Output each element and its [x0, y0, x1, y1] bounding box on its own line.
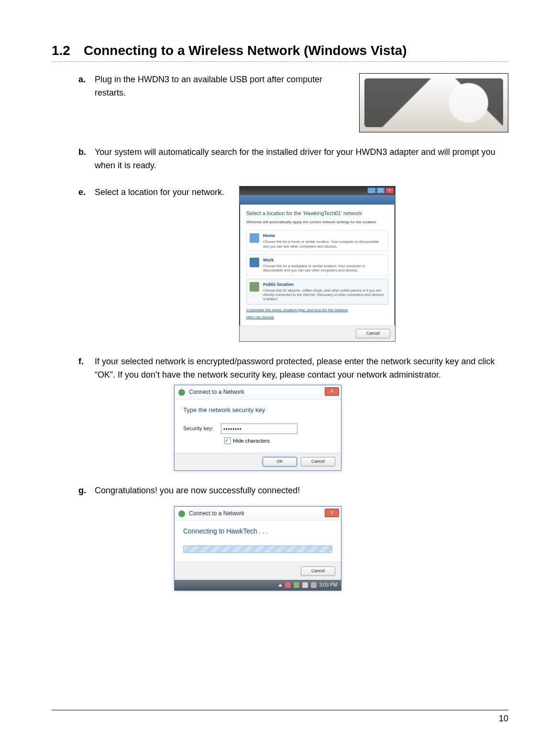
connecting-status-text: Connecting to HawkTech . . . [183, 526, 332, 537]
hide-characters-checkbox[interactable] [224, 437, 231, 444]
maximize-button[interactable]: ▢ [376, 187, 385, 194]
wifi-icon [178, 389, 185, 396]
security-dialog-titlebar: Connect to a Network x [175, 385, 341, 400]
location-home-title: Home [263, 233, 385, 239]
window-breadcrumb [240, 195, 395, 205]
customize-network-link[interactable]: Customize the name, location type, and i… [246, 307, 388, 313]
step-a-text: Plug in the HWDN3 to an available USB po… [95, 73, 351, 100]
security-key-input[interactable] [221, 424, 297, 434]
security-key-label: Security key: [183, 424, 213, 433]
location-option-work[interactable]: Work Choose this for a workplace or simi… [246, 254, 388, 276]
step-b-label: b. [78, 146, 95, 159]
cancel-button[interactable]: Cancel [301, 457, 335, 467]
connecting-dialog-title: Connect to a Network [189, 510, 244, 517]
step-a-label: a. [78, 73, 95, 87]
step-f-label: f. [78, 355, 95, 369]
location-subtitle: Windows will automatically apply the cor… [246, 219, 388, 225]
step-e-text: Select a location for your network. [95, 186, 231, 199]
section-heading: 1.2 Connecting to a Wireless Network (Wi… [52, 43, 508, 62]
ok-button[interactable]: OK [263, 457, 297, 467]
location-cancel-button[interactable]: Cancel [356, 329, 390, 338]
minimize-button[interactable]: _ [367, 187, 376, 194]
help-me-choose-link[interactable]: Help me choose [246, 315, 388, 320]
tray-volume-icon[interactable] [311, 582, 317, 588]
tray-icon[interactable] [285, 582, 291, 588]
tray-icon[interactable] [294, 582, 299, 588]
close-icon[interactable]: x [325, 387, 339, 396]
connecting-progress-bar [183, 545, 332, 553]
location-public-title: Public location [263, 282, 385, 288]
location-home-desc: Choose this for a home or similar locati… [263, 239, 385, 249]
hide-characters-label: Hide characters [233, 437, 270, 445]
close-button[interactable]: x [385, 187, 394, 194]
public-icon [250, 282, 259, 292]
location-work-title: Work [263, 257, 385, 264]
step-e-label: e. [78, 186, 95, 199]
figure-connecting-dialog: Connect to a Network x Connecting to Haw… [174, 506, 341, 591]
tray-network-icon[interactable] [302, 582, 308, 588]
figure-usb-plugin [359, 73, 508, 132]
security-dialog-title: Connect to a Network [189, 389, 244, 395]
step-g-label: g. [78, 484, 95, 498]
work-icon [250, 258, 259, 267]
location-heading: Select a location for the 'HawkingTech01… [246, 209, 388, 217]
location-public-desc: Choose this for airports, coffee shops, … [263, 288, 385, 302]
footer-rule [52, 710, 508, 710]
location-option-home[interactable]: Home Choose this for a home or similar l… [246, 230, 388, 251]
close-icon[interactable]: x [325, 509, 339, 517]
home-icon [250, 233, 259, 243]
step-b-text: Your system will automatically search fo… [95, 146, 508, 173]
tray-clock: 3:03 PM [319, 581, 337, 589]
location-option-public[interactable]: Public location Choose this for airports… [246, 279, 388, 304]
system-tray: 3:03 PM [175, 580, 341, 590]
heading-number: 1.2 [52, 43, 70, 58]
figure-security-key-dialog: Connect to a Network x Type the network … [174, 385, 341, 471]
step-g-text: Congratulations! you are now successfull… [95, 484, 508, 498]
heading-text: Connecting to a Wireless Network (Window… [84, 43, 407, 58]
step-f-text: If your selected network is encrypted/pa… [95, 355, 508, 382]
connecting-cancel-button[interactable]: Cancel [301, 566, 335, 576]
figure-select-location-window: _ ▢ x Select a location for the 'Hawking… [239, 186, 395, 342]
window-titlebar: _ ▢ x [240, 186, 395, 195]
connecting-dialog-titlebar: Connect to a Network x [175, 507, 341, 521]
page-number: 10 [499, 714, 508, 724]
tray-expand-icon[interactable] [278, 584, 282, 587]
location-work-desc: Choose this for a workplace or similar l… [263, 264, 385, 273]
security-dialog-heading: Type the network security key [183, 405, 332, 415]
wifi-icon [178, 511, 185, 517]
